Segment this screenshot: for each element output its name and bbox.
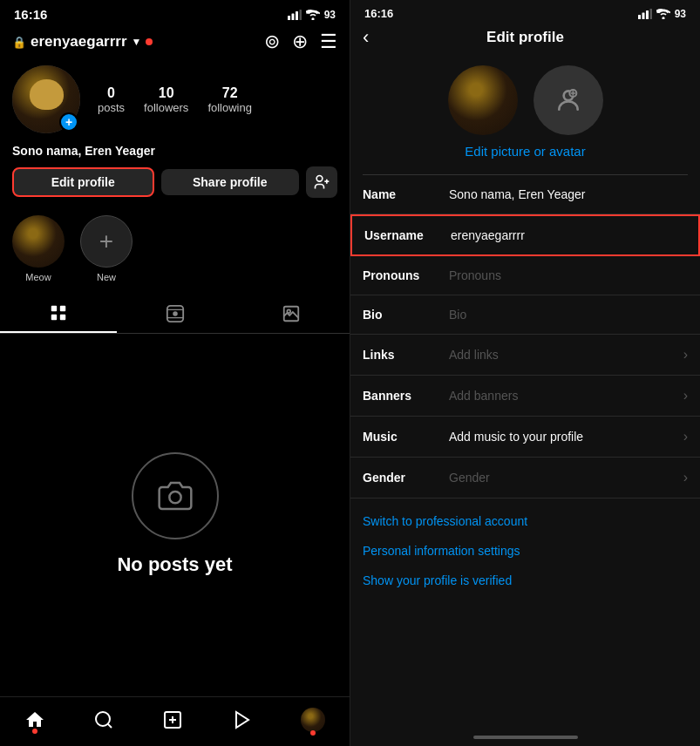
- avatar-edit-row: [448, 65, 603, 135]
- form-row-name[interactable]: NameSono nama, Eren Yeager: [350, 175, 700, 214]
- edit-picture-link[interactable]: Edit picture or avatar: [465, 144, 585, 159]
- tab-tagged[interactable]: [233, 295, 350, 333]
- nav-profile[interactable]: [301, 708, 325, 732]
- svg-rect-2: [296, 11, 298, 20]
- svg-rect-3: [299, 10, 302, 20]
- profile-section: + 0 posts 10 followers 72 following: [0, 62, 350, 142]
- threads-icon[interactable]: ⊚: [264, 31, 280, 53]
- svg-rect-0: [288, 16, 290, 20]
- menu-icon[interactable]: ☰: [320, 31, 337, 53]
- highlight-new[interactable]: + New: [80, 215, 133, 282]
- svg-rect-23: [646, 10, 649, 19]
- form-label-2: Pronouns: [363, 268, 437, 282]
- bottom-nav: [0, 696, 350, 746]
- stats-row: 0 posts 10 followers 72 following: [98, 85, 252, 114]
- camera-icon: [158, 478, 193, 513]
- posts-count: 0: [107, 85, 115, 101]
- form-row-pronouns[interactable]: PronounsPronouns: [350, 256, 700, 295]
- avatar-edit-section: Edit picture or avatar: [350, 57, 700, 174]
- tabs-row: [0, 295, 350, 334]
- search-icon: [93, 709, 114, 730]
- svg-rect-1: [291, 13, 294, 20]
- followers-label: followers: [144, 101, 188, 114]
- profile-photo-edit[interactable]: [448, 65, 518, 135]
- wifi-icon: [306, 10, 320, 20]
- form-row-music[interactable]: MusicAdd music to your profile›: [350, 417, 700, 458]
- time-left: 16:16: [14, 7, 47, 22]
- nav-search[interactable]: [93, 709, 114, 730]
- svg-point-16: [96, 712, 110, 726]
- back-button[interactable]: ‹: [363, 26, 369, 49]
- following-stat[interactable]: 72 following: [207, 85, 252, 114]
- form-value-6: Add music to your profile: [449, 430, 671, 444]
- posts-stat[interactable]: 0 posts: [98, 85, 125, 114]
- form-label-7: Gender: [363, 471, 437, 485]
- edit-profile-title: Edit profile: [486, 29, 564, 46]
- highlight-new-plus: +: [99, 227, 113, 255]
- profile-notification-dot: [310, 730, 316, 736]
- battery-right: 93: [675, 8, 686, 20]
- add-icon[interactable]: ⊕: [292, 31, 308, 53]
- form-label-5: Banners: [363, 389, 437, 403]
- create-icon: [162, 709, 183, 730]
- form-value-1: erenyaegarrrr: [451, 228, 686, 242]
- status-icons-right: 93: [638, 8, 686, 20]
- followers-count: 10: [159, 85, 174, 101]
- grid-icon: [49, 303, 68, 322]
- camera-circle: [132, 452, 219, 539]
- wifi-icon-right: [656, 9, 670, 19]
- edit-profile-topbar: ‹ Edit profile: [350, 24, 700, 57]
- avatar-costume-icon: [554, 86, 582, 114]
- form-row-banners[interactable]: BannersAdd banners›: [350, 376, 700, 417]
- highlights-row: Meow + New: [0, 210, 350, 291]
- home-bar: [473, 736, 578, 739]
- svg-rect-21: [638, 15, 641, 19]
- right-link-2[interactable]: Show your profile is verified: [363, 573, 688, 587]
- right-link-0[interactable]: Switch to professional account: [363, 514, 688, 528]
- nav-icons: ⊚ ⊕ ☰: [264, 31, 337, 53]
- form-value-4: Add links: [449, 348, 671, 362]
- nav-create[interactable]: [162, 709, 183, 730]
- chevron-icon-7: ›: [683, 470, 688, 485]
- tab-grid[interactable]: [0, 295, 117, 333]
- svg-point-12: [173, 311, 178, 316]
- username-text: erenyaegarrrr: [31, 33, 127, 51]
- avatar-placeholder[interactable]: [533, 65, 603, 135]
- top-nav: 🔒 erenyaegarrrr ▼ ⊚ ⊕ ☰: [0, 25, 350, 62]
- form-row-username[interactable]: Usernameerenyaegarrrr: [350, 214, 700, 256]
- status-bar-left: 16:16 93: [0, 0, 350, 25]
- following-count: 72: [222, 85, 238, 101]
- home-indicator: [350, 729, 700, 746]
- reels-icon: [166, 304, 185, 323]
- links-section: Switch to professional accountPersonal i…: [350, 498, 700, 603]
- followers-stat[interactable]: 10 followers: [144, 85, 188, 114]
- username-row: 🔒 erenyaegarrrr ▼: [12, 33, 153, 51]
- following-label: following: [207, 101, 252, 114]
- discover-people-button[interactable]: [306, 166, 337, 198]
- right-link-1[interactable]: Personal information settings: [363, 544, 688, 558]
- time-right: 16:16: [364, 7, 393, 20]
- svg-rect-22: [642, 12, 644, 19]
- dropdown-icon[interactable]: ▼: [132, 36, 142, 48]
- edit-profile-button[interactable]: Edit profile: [12, 167, 154, 197]
- share-profile-button[interactable]: Share profile: [161, 169, 300, 195]
- form-label-1: Username: [364, 228, 438, 242]
- tagged-icon: [282, 304, 301, 323]
- highlight-meow[interactable]: Meow: [12, 215, 65, 282]
- svg-marker-20: [236, 712, 248, 728]
- svg-rect-8: [60, 306, 65, 311]
- svg-rect-10: [60, 315, 65, 320]
- buttons-row: Edit profile Share profile: [0, 166, 350, 210]
- nav-reels[interactable]: [232, 709, 253, 730]
- add-story-button[interactable]: +: [59, 112, 78, 132]
- form-value-0: Sono nama, Eren Yeager: [449, 187, 688, 201]
- form-row-bio[interactable]: BioBio: [350, 295, 700, 335]
- highlight-circle-meow: [12, 215, 65, 268]
- tab-reels[interactable]: [117, 295, 234, 333]
- lock-icon: 🔒: [12, 36, 26, 49]
- form-label-6: Music: [363, 430, 437, 444]
- form-value-2: Pronouns: [449, 268, 688, 282]
- nav-home[interactable]: [24, 709, 45, 730]
- form-row-gender[interactable]: GenderGender›: [350, 458, 700, 498]
- form-row-links[interactable]: LinksAdd links›: [350, 335, 700, 376]
